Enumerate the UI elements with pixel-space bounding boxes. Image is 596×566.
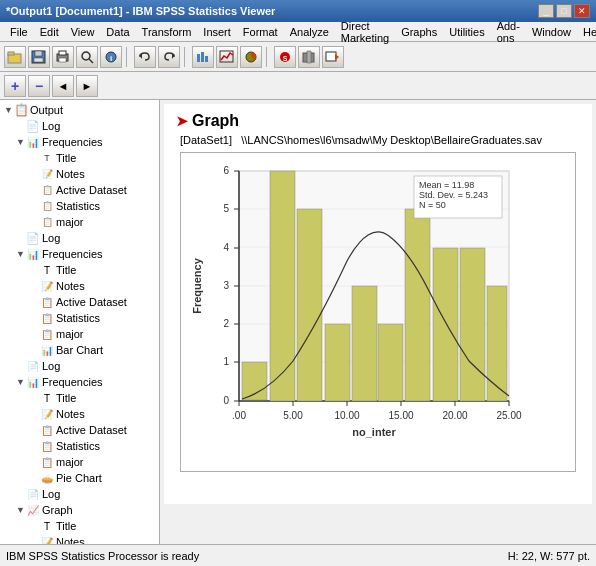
tree-item-notes2[interactable]: 📝 Notes	[2, 278, 157, 294]
tree-item-freq3[interactable]: ▼ 📊 Frequencies	[2, 374, 157, 390]
notes1-label: Notes	[56, 168, 85, 180]
stats2-label: Statistics	[56, 312, 100, 324]
save-button[interactable]	[28, 46, 50, 68]
tree-item-stats2[interactable]: 📋 Statistics	[2, 310, 157, 326]
content-panel[interactable]: ➤ Graph [DataSet1] \\LANCS\homes\l6\msad…	[160, 100, 596, 544]
chart3-button[interactable]	[240, 46, 262, 68]
chart-container: .00 5.00 10.00 15.00 20.00 25.00	[180, 152, 576, 472]
tree-item-major1[interactable]: 📋 major	[2, 214, 157, 230]
menu-insert[interactable]: Insert	[197, 25, 237, 39]
open-button[interactable]	[4, 46, 26, 68]
svg-rect-42	[433, 248, 458, 401]
svg-marker-24	[335, 54, 339, 60]
tree-item-stats1[interactable]: 📋 Statistics	[2, 198, 157, 214]
maximize-button[interactable]: □	[556, 4, 572, 18]
window-controls[interactable]: _ □ ✕	[538, 4, 590, 18]
tree-item-title4[interactable]: T Title	[2, 518, 157, 534]
menu-data[interactable]: Data	[100, 25, 135, 39]
tree-item-active3[interactable]: 📋 Active Dataset	[2, 422, 157, 438]
notes2-label: Notes	[56, 280, 85, 292]
menu-transform[interactable]: Transform	[136, 25, 198, 39]
menu-bar: File Edit View Data Transform Insert For…	[0, 22, 596, 42]
toolbar1: i S	[0, 42, 596, 72]
tree-item-title1[interactable]: T Title	[2, 150, 157, 166]
freq3-label: Frequencies	[42, 376, 103, 388]
major1-label: major	[56, 216, 84, 228]
tree-item-active2[interactable]: 📋 Active Dataset	[2, 294, 157, 310]
spss-icon-button[interactable]: S	[274, 46, 296, 68]
tree-item-freq1[interactable]: ▼ 📊 Frequencies	[2, 134, 157, 150]
tree-item-major2[interactable]: 📋 major	[2, 326, 157, 342]
notes3-icon: 📝	[40, 407, 54, 421]
notes4-label: Notes	[56, 536, 85, 544]
tree-item-notes1[interactable]: 📝 Notes	[2, 166, 157, 182]
chart1-button[interactable]	[192, 46, 214, 68]
menu-help[interactable]: Help	[577, 25, 596, 39]
dataset-file: \\LANCS\homes\l6\msadw\My Desktop\Bellai…	[241, 134, 542, 146]
collapse-button[interactable]: −	[28, 75, 50, 97]
tree-item-log2[interactable]: 📄 Log	[2, 230, 157, 246]
chart2-button[interactable]	[216, 46, 238, 68]
title1-label: Title	[56, 152, 76, 164]
tree-item-piechart[interactable]: 🥧 Pie Chart	[2, 470, 157, 486]
tree-item-barchart[interactable]: 📊 Bar Chart	[2, 342, 157, 358]
menu-graphs[interactable]: Graphs	[395, 25, 443, 39]
toolbar-separator-3	[266, 47, 270, 67]
title2-label: Title	[56, 264, 76, 276]
svg-text:25.00: 25.00	[496, 410, 521, 421]
menu-edit[interactable]: Edit	[34, 25, 65, 39]
tree-item-title3[interactable]: T Title	[2, 390, 157, 406]
redo-button[interactable]	[158, 46, 180, 68]
tree-item-notes4[interactable]: 📝 Notes	[2, 534, 157, 544]
info-button[interactable]: i	[100, 46, 122, 68]
stats1-label: Statistics	[56, 200, 100, 212]
title3-icon: T	[40, 391, 54, 405]
package-button[interactable]	[298, 46, 320, 68]
tree-item-output[interactable]: ▼ 📋 Output	[2, 102, 157, 118]
title3-label: Title	[56, 392, 76, 404]
search-button[interactable]	[76, 46, 98, 68]
prev-button[interactable]: ◄	[52, 75, 74, 97]
menu-analyze[interactable]: Analyze	[284, 25, 335, 39]
menu-add-ons[interactable]: Add-ons	[491, 19, 526, 45]
notes3-label: Notes	[56, 408, 85, 420]
tree-item-log4[interactable]: 📄 Log	[2, 486, 157, 502]
freq2-icon: 📊	[26, 247, 40, 261]
freq1-icon: 📊	[26, 135, 40, 149]
expand-button[interactable]: +	[4, 75, 26, 97]
menu-utilities[interactable]: Utilities	[443, 25, 490, 39]
menu-window[interactable]: Window	[526, 25, 577, 39]
section-header: ➤ Graph	[176, 112, 580, 130]
svg-rect-22	[307, 51, 311, 63]
next-button[interactable]: ►	[76, 75, 98, 97]
svg-text:3: 3	[223, 280, 229, 291]
tree-item-freq2[interactable]: ▼ 📊 Frequencies	[2, 246, 157, 262]
tree-item-notes3[interactable]: 📝 Notes	[2, 406, 157, 422]
svg-rect-44	[487, 286, 507, 401]
close-button[interactable]: ✕	[574, 4, 590, 18]
notes1-icon: 📝	[40, 167, 54, 181]
menu-file[interactable]: File	[4, 25, 34, 39]
tree-item-log3[interactable]: 📄 Log	[2, 358, 157, 374]
print-button[interactable]	[52, 46, 74, 68]
tree-item-major3[interactable]: 📋 major	[2, 454, 157, 470]
svg-text:i: i	[110, 54, 112, 63]
menu-view[interactable]: View	[65, 25, 101, 39]
tree-item-title2[interactable]: T Title	[2, 262, 157, 278]
main-area: ▼ 📋 Output 📄 Log ▼ 📊 Frequencies T Title…	[0, 100, 596, 544]
menu-format[interactable]: Format	[237, 25, 284, 39]
tree-arrow-output: ▼	[4, 105, 14, 115]
minimize-button[interactable]: _	[538, 4, 554, 18]
export-button[interactable]	[322, 46, 344, 68]
svg-rect-14	[197, 54, 200, 62]
piechart-icon: 🥧	[40, 471, 54, 485]
tree-item-active1[interactable]: 📋 Active Dataset	[2, 182, 157, 198]
log3-label: Log	[42, 360, 60, 372]
menu-direct-marketing[interactable]: Direct Marketing	[335, 19, 395, 45]
tree-item-log1[interactable]: 📄 Log	[2, 118, 157, 134]
tree-item-graph1[interactable]: ▼ 📈 Graph	[2, 502, 157, 518]
tree-item-stats3[interactable]: 📋 Statistics	[2, 438, 157, 454]
section-arrow: ➤	[176, 113, 188, 129]
undo-button[interactable]	[134, 46, 156, 68]
tree-panel[interactable]: ▼ 📋 Output 📄 Log ▼ 📊 Frequencies T Title…	[0, 100, 160, 544]
